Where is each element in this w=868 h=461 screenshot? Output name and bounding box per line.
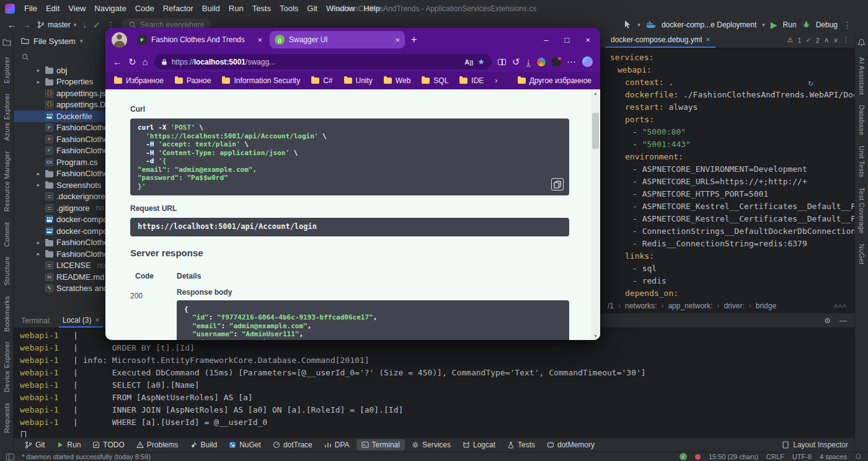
bookmark-folder[interactable]: Web bbox=[384, 76, 410, 85]
bookmark-folder[interactable]: C# bbox=[311, 76, 332, 85]
editor-tab[interactable]: docker-compose.debug.yml × bbox=[605, 32, 715, 48]
stripe-item-resource-manager[interactable]: Resource Manager bbox=[3, 151, 11, 212]
minimize-button[interactable]: – bbox=[544, 35, 548, 45]
stripe-item-commit[interactable]: Commit bbox=[3, 222, 11, 247]
forward-icon[interactable]: → bbox=[22, 20, 31, 29]
breadcrumb-item[interactable]: app_network: bbox=[668, 302, 712, 310]
scrollbar[interactable]: ▲ ▼ bbox=[591, 89, 600, 340]
project-icon[interactable] bbox=[2, 38, 11, 47]
debug-icon[interactable] bbox=[802, 20, 810, 29]
favorite-star-icon[interactable]: ★ bbox=[477, 57, 485, 66]
run-button[interactable]: ▶ bbox=[771, 20, 777, 29]
back-icon[interactable]: ← bbox=[7, 20, 16, 29]
toolwindow-dotmemory[interactable]: dotMemory bbox=[542, 439, 600, 450]
cursor-icon[interactable] bbox=[624, 20, 632, 29]
more-icon[interactable]: ⋮ bbox=[843, 20, 852, 29]
toolwindow-dpa[interactable]: DPA bbox=[319, 439, 355, 450]
close-icon[interactable]: × bbox=[95, 316, 99, 324]
more-icon[interactable]: ⋮ bbox=[843, 36, 849, 44]
refresh-icon[interactable]: ↻ bbox=[128, 57, 136, 66]
downloads-icon[interactable]: ↓ bbox=[526, 57, 531, 66]
new-tab-button[interactable]: + bbox=[411, 34, 417, 45]
stripe-item-test-coverage[interactable]: Test Coverage bbox=[858, 187, 866, 234]
menu-item-tools[interactable]: Tools bbox=[275, 2, 303, 15]
menu-item-file[interactable]: File bbox=[20, 2, 42, 15]
layout-inspector-button[interactable]: Layout Inspector bbox=[782, 441, 848, 449]
tab-close-icon[interactable]: × bbox=[257, 35, 262, 45]
menu-item-navigate[interactable]: Navigate bbox=[90, 2, 130, 15]
file-encoding[interactable]: UTF-8 bbox=[792, 453, 812, 460]
browser-tab[interactable]: {}Swagger UI× bbox=[270, 31, 405, 48]
stripe-item-ai-assistant[interactable]: AI Assistant bbox=[858, 57, 866, 95]
branch-widget[interactable]: master ▾ bbox=[37, 20, 76, 29]
extension2-icon[interactable] bbox=[552, 58, 560, 66]
home-icon[interactable]: ⌂ bbox=[143, 57, 148, 66]
close-icon[interactable]: × bbox=[706, 35, 710, 44]
commit-icon[interactable]: ✓ bbox=[93, 20, 100, 29]
close-button[interactable]: × bbox=[585, 35, 590, 45]
rider-logo-icon[interactable] bbox=[5, 4, 15, 14]
maximize-button[interactable]: □ bbox=[565, 35, 570, 45]
toolwindow-git[interactable]: Git bbox=[20, 439, 50, 450]
scroll-thumb[interactable] bbox=[592, 113, 599, 149]
bookmarks-overflow-icon[interactable]: › bbox=[495, 76, 497, 85]
terminal-tab[interactable]: Local (3) × bbox=[59, 313, 104, 328]
breadcrumb-item[interactable]: /1 bbox=[608, 302, 614, 310]
next-issue-icon[interactable]: ∨ bbox=[833, 36, 838, 44]
menu-item-edit[interactable]: Edit bbox=[42, 2, 64, 15]
line-separator[interactable]: CRLF bbox=[766, 453, 784, 460]
terminal-settings-icon[interactable]: ⚙ bbox=[824, 316, 831, 325]
toolwindow-terminal[interactable]: Terminal bbox=[356, 439, 405, 450]
scroll-down-icon[interactable]: ▼ bbox=[591, 334, 600, 338]
menu-item-code[interactable]: Code bbox=[131, 2, 159, 15]
toolwindow-logcat[interactable]: Logcat bbox=[458, 439, 500, 450]
breadcrumb-item[interactable]: networks: bbox=[625, 302, 657, 310]
extension-icon[interactable] bbox=[537, 58, 546, 66]
breadcrumb-item[interactable]: bridge bbox=[756, 302, 776, 310]
toolwindow-todo[interactable]: TODO bbox=[87, 439, 129, 450]
other-favorites[interactable]: Другое избранное bbox=[518, 76, 591, 85]
run-label[interactable]: Run bbox=[783, 20, 797, 29]
stripe-item-device-explorer[interactable]: Device Explorer bbox=[3, 341, 11, 392]
stripe-item-bookmarks[interactable]: Bookmarks bbox=[3, 296, 11, 332]
stripe-item-requests[interactable]: Requests bbox=[3, 403, 11, 433]
editor-lines[interactable]: services:webapi:context: .↻dockerfile: .… bbox=[600, 48, 854, 298]
notifications-bell-icon[interactable] bbox=[855, 453, 862, 460]
copy-icon[interactable] bbox=[551, 178, 564, 190]
bookmark-folder[interactable]: SQL bbox=[422, 76, 448, 85]
sync-icon[interactable]: ↻ bbox=[808, 76, 813, 89]
notifications-icon[interactable] bbox=[857, 38, 866, 47]
split-screen-icon[interactable] bbox=[498, 57, 506, 66]
stripe-item-unit-tests[interactable]: Unit Tests bbox=[858, 146, 866, 177]
prev-issue-icon[interactable]: ∧ bbox=[824, 36, 829, 44]
indent-style[interactable]: 4 spaces bbox=[820, 453, 847, 460]
editor-options-icon[interactable]: AAA bbox=[834, 303, 847, 309]
caret-position[interactable]: 15:50 (29 chars) bbox=[709, 453, 758, 460]
menu-item-run[interactable]: Run bbox=[224, 2, 248, 15]
back-icon[interactable]: ← bbox=[113, 57, 122, 66]
bookmark-folder[interactable]: Unity bbox=[344, 76, 373, 85]
breadcrumb-item[interactable]: driver: bbox=[724, 302, 744, 310]
status-record-icon[interactable] bbox=[695, 454, 701, 460]
settings-more-icon[interactable]: ⋯ bbox=[567, 57, 576, 66]
copilot-icon[interactable] bbox=[582, 56, 593, 67]
bookmark-folder[interactable]: Разное bbox=[175, 76, 211, 85]
scroll-up-icon[interactable]: ▲ bbox=[591, 91, 600, 96]
tab-close-icon[interactable]: × bbox=[395, 35, 400, 45]
update-project-icon[interactable]: ↓ bbox=[82, 20, 87, 29]
menu-item-window[interactable]: Window bbox=[322, 2, 359, 15]
menu-item-view[interactable]: View bbox=[64, 2, 90, 15]
window-layout-icon[interactable] bbox=[6, 454, 14, 460]
stripe-item-nuget[interactable]: NuGet bbox=[858, 244, 866, 264]
chevron-down-icon[interactable]: ▾ bbox=[762, 22, 765, 28]
run-configuration-select[interactable]: docker-comp...e Deployment bbox=[662, 20, 756, 29]
bookmark-folder[interactable]: Избранное bbox=[114, 76, 164, 85]
toolwindow-build[interactable]: Build bbox=[185, 439, 223, 450]
stripe-item-structure[interactable]: Structure bbox=[3, 256, 11, 285]
menu-item-git[interactable]: Git bbox=[303, 2, 322, 15]
toolwindow-problems[interactable]: Problems bbox=[131, 439, 184, 450]
read-aloud-icon[interactable]: A)) bbox=[464, 58, 473, 66]
hide-panel-icon[interactable]: — bbox=[839, 316, 847, 325]
menu-item-refactor[interactable]: Refactor bbox=[159, 2, 198, 15]
terminal-cursor-line[interactable] bbox=[20, 429, 854, 437]
